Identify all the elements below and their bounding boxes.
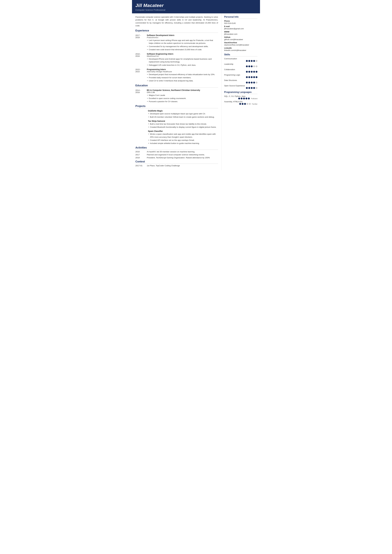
bullet-item: Created new code branch that eliminated … [147,48,218,51]
dot-filled [251,76,253,78]
activity-text: At hackNY, led 30-member session on mach… [147,151,195,153]
bullet-item: Used C# to write 4 interfaces that analy… [147,79,218,82]
dot-empty [256,60,258,62]
skill-name: Collaboration [224,68,258,70]
contest-row: 2017-01 1st Place, TopCoder Coding Chall… [135,165,218,167]
linkedin-block: LinkedIn linkedin.com/in/jillmacateer [224,47,258,51]
github-block: GitHub github.com/jillmacateer [224,36,258,41]
skill-row: Data Structures [224,79,258,84]
personal-info-title: Personal Info [224,16,258,19]
phone-label: Phone [224,20,258,22]
dot-filled [248,82,250,84]
skill-name: Open Source Experience [224,85,258,87]
projects-section-title: Projects [135,105,218,108]
dot-filled [239,103,241,105]
dot-filled [253,87,255,89]
bullet-item: Developed iPhone and Android apps for sm… [147,58,218,63]
dot-filled [248,76,250,78]
language-row: Assembly, HTML/CSS, Familiar [224,101,258,105]
dot-filled [246,65,248,67]
language-entries: SQL, C, C#, Python, Java Proficient Asse… [224,95,258,105]
dot-filled [251,65,253,67]
contest-date: 2017-01 [135,165,147,167]
dot-filled [248,71,250,73]
project-block: Spam Classifier Wrote a spam classificat… [148,130,218,145]
experience-entries: 2017 -2018 Software Development Intern P… [135,34,218,83]
bullet-item: Debugged 125 code branches in C#, Python… [147,64,218,67]
skill-name: Data Structures [224,79,258,81]
header: Jill Macateer Computer Science Professio… [132,0,260,13]
linkedin-label: LinkedIn [224,47,258,49]
stackoverflow-block: StackOverflow stackoverflow.com/jillmaca… [224,42,258,46]
skill-dots [224,87,258,89]
dot-empty [256,65,258,67]
linkedin-value: linkedin.com/in/jillmacateer [224,49,258,51]
experience-entry: 2016 -2016 Software Engineering Intern M… [135,53,218,67]
bullet-item: Developed open source multiplayer black … [148,112,218,115]
dot-filled [248,65,250,67]
dot-empty [256,82,258,84]
entry-bullets: Led 4-person team writing iPhone app and… [147,39,218,51]
dot-filled [251,87,253,89]
skill-dots [224,76,258,78]
bullet-item: Created Bluetooth functionality to displ… [148,126,218,129]
dot-filled [253,82,255,84]
github-value: github.com/jillmacateer [224,38,258,41]
entry-bullets: Developed iPhone and Android apps for sm… [147,58,218,67]
skill-name: Programming Logic [224,74,258,76]
experience-entry: 2017 -2018 Software Development Intern P… [135,34,218,51]
dot-filled [242,103,244,105]
entry-title: Software Development Intern [147,34,218,36]
project-bullets: Wrote a spam classification web app and … [148,133,218,145]
dot-filled [238,98,240,99]
education-entry: 2014 -2018 BS in Computer Science, North… [135,89,218,103]
contest-section-title: Contest [135,160,218,164]
email-block: E-mail jillmacateer@gmail.com [224,25,258,30]
bullet-item: Wrote a spam classification web app and … [148,133,218,139]
project-title: Tax Ninja Samurai [148,120,218,122]
activity-row: 2017 Planned and organized 4 local compu… [135,154,218,156]
bullet-item: Pursued a passion for C# classes. [147,100,218,103]
skills-entries: Communication Leadership Collaboration P… [224,58,258,89]
dot-filled [248,98,250,99]
bullet-item: Built a real time tax forecaster that sh… [148,123,218,126]
entry-date: 2015 -2015 [135,68,147,83]
skill-dots [224,82,258,84]
dot-filled [248,60,250,62]
entry-title: Programming Intern [147,68,218,70]
dot-empty [256,87,258,89]
skill-name: Leadership [224,63,258,65]
experience-entry: 2015 -2015 Programming Intern Abernathy … [135,68,218,83]
activity-text: Planned and organized 4 local computer s… [147,154,205,156]
lang-level-label: Proficient [251,98,258,99]
dot-filled [246,76,248,78]
skill-row: Communication [224,58,258,62]
lang-name: Assembly, HTML/CSS, [224,101,258,103]
dot-filled [251,82,253,84]
entry-date: 2014 -2018 [135,89,147,103]
project-entries: Oubliette Magic Developed open source mu… [135,110,218,145]
entry-org: Abernathy Wodge Healthcare [147,70,218,73]
dot-filled [245,98,247,99]
project-title: Oubliette Magic [148,110,218,112]
project-bullets: Built a real time tax forecaster that sh… [148,123,218,129]
bullet-item: Created API interface set so the app ove… [148,139,218,142]
language-row: SQL, C, C#, Python, Java Proficient [224,95,258,99]
skill-row: Leadership [224,63,258,67]
bullet-item: Developed project that increased efficie… [147,73,218,76]
dot-empty [246,103,248,105]
project-block: Tax Ninja Samurai Built a real time tax … [148,120,218,129]
summary-text: Passionate computer science specialist w… [135,16,218,27]
entry-content: Programming Intern Abernathy Wodge Healt… [147,68,218,83]
education-section-title: Education [135,84,218,88]
activity-entries: 2016 At hackNY, led 30-member session on… [135,151,218,159]
skill-dots [224,71,258,73]
dot-filled [253,71,255,73]
candidate-name: Jill Macateer [135,3,257,8]
project-block: Oubliette Magic Developed open source mu… [148,110,218,119]
entry-bullets: Magna Cum LaudeExcelled in open source c… [147,94,218,103]
phone-value: 503-519-0145 [224,22,258,24]
dot-filled [251,60,253,62]
dot-empty [253,65,255,67]
main-layout: Passionate computer science specialist w… [132,13,260,170]
